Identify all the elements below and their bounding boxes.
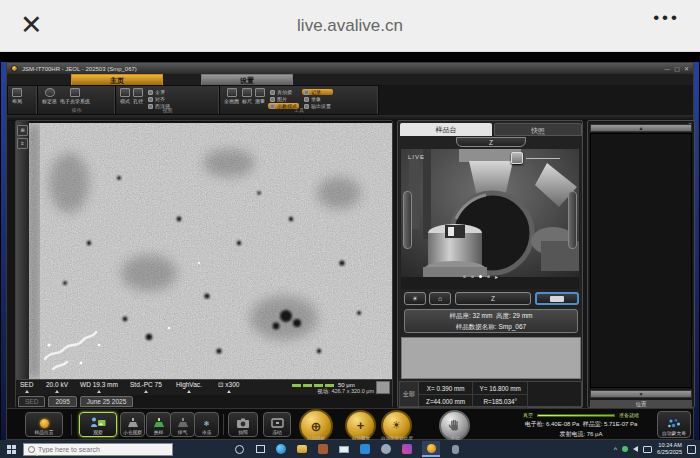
file-explorer-icon[interactable] [296,443,308,455]
layout-icon [12,88,22,97]
ribbon-button-mode[interactable]: 模式 [120,88,130,104]
stage-z-button[interactable]: Z [455,292,531,305]
sem-app-window: JSM-IT700HR - JEOL - 202503 (Smp_067) — … [6,62,694,440]
ribbon-button-layout[interactable]: 布局 [12,88,22,104]
positions-label-button[interactable]: 位置 [590,400,692,408]
sun-icon: ☀ [412,295,418,303]
status-dot-icon[interactable] [622,446,628,452]
field-of-view: 视场: 426.7 x 320.0 μm [292,388,374,395]
page-dot[interactable] [463,275,466,278]
window-close-icon[interactable]: ✕ [684,66,689,72]
minimize-icon[interactable]: — [664,66,670,72]
ribbon-button-measure[interactable]: 测量 [255,88,265,104]
sem-tab-detector[interactable]: SED [18,396,45,407]
positions-panel: ✕ ▲ ▼ 位置 [587,120,695,408]
taskbar-search[interactable] [23,443,173,456]
page-dot-active[interactable] [479,275,482,278]
zoom-slider[interactable] [526,158,560,159]
positions-list[interactable] [590,133,692,388]
chamber-light-button[interactable]: ☀ [404,292,426,305]
edge-icon[interactable] [275,443,287,455]
sem-tool-button-1[interactable]: ⊞ [17,125,28,136]
coords-all-button[interactable]: 全部 [400,382,419,406]
page-next-icon[interactable]: ▸ [495,273,498,280]
settings-app-icon[interactable] [380,443,392,455]
scroll-up-bar[interactable]: ▲ [590,124,692,132]
chamber-camera-button[interactable] [535,292,579,305]
status-voltage[interactable]: 20.0 kV [46,381,68,393]
taskbar-clock[interactable]: 10:24 AM 6/25/2025 [657,442,682,456]
ribbon-item-record[interactable]: 记录 [302,89,333,95]
keyboard-icon[interactable] [643,446,652,453]
store-icon[interactable] [359,443,371,455]
auto-montage-button[interactable]: 自动蒙太奇 [657,411,691,438]
ribbon-toolbar: 布局 标定器 电子光学系统 操作 模式 [7,85,379,115]
ribbon-button-ruler[interactable]: 标尺 [242,88,252,104]
status-vacuum-mode[interactable]: HighVac. [176,381,202,393]
tab-stage[interactable]: 样品台 [400,123,492,136]
ribbon-item-video[interactable]: 录像 [302,96,333,102]
start-button[interactable] [5,443,17,455]
task-view-icon[interactable] [254,443,266,455]
stage-vent-icon [176,418,190,428]
scale-bar-segment [292,384,301,387]
sem-tab-number[interactable]: 2095 [48,396,76,407]
search-input[interactable] [38,446,158,453]
ribbon-button-aperture[interactable]: 孔径 [133,88,143,104]
left-slide-handle[interactable] [403,191,412,249]
stage-home-button[interactable]: ⌂ [429,292,451,305]
ribbon-item-align[interactable]: 对齐 [146,96,172,102]
ribbon-item-reshoot[interactable]: 再拍摄 [268,89,299,95]
toolbar-divider [223,414,224,435]
ribbon-button-fullframe[interactable]: 全画面 [224,88,239,104]
mail-icon[interactable] [338,443,350,455]
cortana-icon[interactable] [233,443,245,455]
holder-size: 样品座: 32 mm [449,312,492,319]
windows-taskbar: ^ 10:24 AM 6/25/2025 [0,440,700,458]
scroll-down-bar[interactable]: ▼ [590,390,692,398]
volume-icon[interactable] [633,446,638,452]
sem-live-image[interactable] [29,123,392,379]
streaming-app-icon-active[interactable] [422,441,440,457]
sample-position-button[interactable]: 样品位置 [25,412,63,437]
extra-app-icon[interactable] [449,443,461,455]
status-extra-button[interactable] [376,381,390,394]
status-magnification[interactable]: ⊡ x300 [218,381,239,393]
vent-button[interactable]: 排气 [170,412,195,437]
users-icon [133,88,143,97]
tray-chevron-icon[interactable]: ^ [614,446,617,453]
ribbon-button-eos[interactable]: 电子光学系统 [60,88,90,104]
package-app-icon[interactable] [317,443,329,455]
tab-settings[interactable]: 设置 [201,74,293,85]
action-center-icon[interactable] [687,445,696,454]
ribbon-item-picture[interactable]: 图片 [268,96,299,102]
chamber-camera-view[interactable]: LIVE ▸ [401,149,579,289]
right-slide-handle[interactable] [568,191,577,249]
photos-app-icon[interactable] [401,443,413,455]
page-dot[interactable] [471,275,474,278]
cool-button[interactable]: ❄ 冷冻 [194,412,219,437]
maximize-icon[interactable]: ▢ [674,66,680,72]
photo-button[interactable]: 拍照 [228,412,258,437]
app-title-bar[interactable]: JSM-IT700HR - JEOL - 202503 (Smp_067) — … [7,63,693,74]
page-dot[interactable] [487,275,490,278]
ribbon-button-gun-alignment[interactable]: 标定器 [42,88,57,104]
menu-dots-icon[interactable]: ••• [653,8,680,28]
exchange-button[interactable]: 换样 [146,412,171,437]
z-pull-button[interactable]: Z [456,137,526,147]
status-detector[interactable]: SED [20,381,33,393]
zoom-grid-handle[interactable] [511,152,523,164]
status-working-distance[interactable]: WD 19.3 mm [80,381,118,393]
camera-page-dots[interactable]: ▸ [463,273,498,280]
freeze-button[interactable]: 冻结 [263,412,291,437]
observe-button[interactable]: 观察 [79,412,117,437]
status-probe-current[interactable]: Std.-PC 75 [130,381,162,393]
sem-tab-date[interactable]: June 25 2025 [80,396,133,407]
sem-tool-button-2[interactable]: ≡ [17,138,28,149]
holder-observe-button[interactable]: 小仓观察 [120,412,145,437]
clock-date: 6/25/2025 [657,449,682,456]
ribbon-item-fullscreen[interactable]: 全屏 [146,89,172,95]
tab-snapshot[interactable]: 快照 [494,123,582,136]
tab-home[interactable]: 主页 [71,74,163,85]
monitor-icon [271,418,284,428]
